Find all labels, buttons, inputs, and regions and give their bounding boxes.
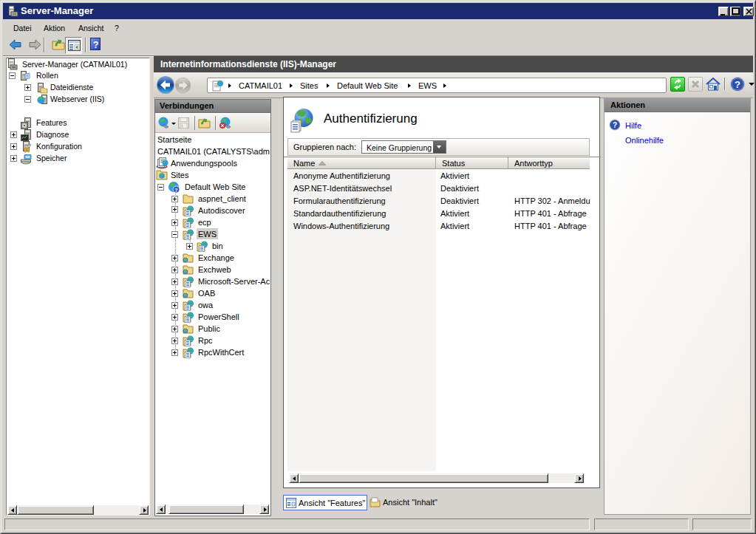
svg-text:?: ? [174, 188, 177, 193]
svg-text:?: ? [613, 121, 617, 129]
svg-text:?: ? [735, 79, 740, 90]
